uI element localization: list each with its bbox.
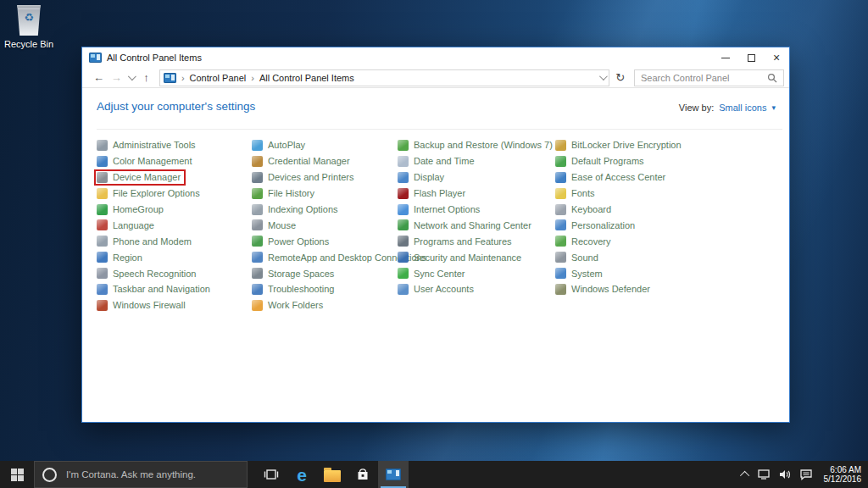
homegroup-icon [97, 204, 108, 215]
search-input[interactable] [635, 73, 761, 83]
control-panel-item-file-explorer-options[interactable]: File Explorer Options [94, 186, 205, 202]
control-panel-item-security-and-maintenance[interactable]: Security and Maintenance [395, 249, 526, 265]
window-title: All Control Panel Items [107, 53, 202, 63]
up-button[interactable]: ↑ [138, 72, 154, 83]
control-panel-item-label: Network and Sharing Center [414, 220, 531, 230]
store-button[interactable] [348, 461, 378, 488]
taskbar-clock[interactable]: 6:06 AM 5/12/2016 [824, 465, 862, 485]
control-panel-item-label: AutoPlay [268, 140, 305, 150]
control-panel-item-label: HomeGroup [113, 204, 164, 214]
task-view-button[interactable] [256, 461, 287, 488]
windows-defender-icon [555, 284, 566, 295]
control-panel-item-sound[interactable]: Sound [553, 249, 604, 265]
devices-and-printers-icon [252, 172, 263, 183]
control-panel-item-device-manager[interactable]: Device Manager [94, 169, 186, 186]
address-dropdown-chevron-icon[interactable] [599, 72, 608, 80]
control-panel-item-windows-firewall[interactable]: Windows Firewall [94, 297, 191, 313]
control-panel-icon [89, 53, 102, 63]
cortana-search-box[interactable] [34, 461, 248, 488]
control-panel-item-homegroup[interactable]: HomeGroup [94, 202, 169, 218]
administrative-tools-icon [97, 140, 108, 151]
control-panel-item-phone-and-modem[interactable]: Phone and Modem [94, 233, 197, 249]
control-panel-item-windows-defender[interactable]: Windows Defender [553, 281, 655, 297]
action-center-icon[interactable] [799, 469, 813, 480]
recent-locations-chevron-icon[interactable] [127, 72, 136, 80]
control-panel-item-programs-and-features[interactable]: Programs and Features [395, 233, 517, 249]
control-panel-item-internet-options[interactable]: Internet Options [395, 202, 485, 218]
minimize-button[interactable] [713, 47, 738, 68]
view-by-value[interactable]: Small icons [719, 103, 766, 113]
control-panel-item-autoplay[interactable]: AutoPlay [249, 137, 310, 153]
breadcrumb-control-panel[interactable]: Control Panel [190, 73, 247, 83]
control-panel-item-flash-player[interactable]: Flash Player [395, 186, 470, 202]
control-panel-item-date-and-time[interactable]: Date and Time [395, 153, 480, 169]
control-panel-item-speech-recognition[interactable]: Speech Recognition [94, 265, 201, 281]
control-panel-item-label: File History [268, 188, 314, 198]
control-panel-item-backup-and-restore[interactable]: Backup and Restore (Windows 7) [395, 137, 558, 153]
control-panel-item-ease-of-access-center[interactable]: Ease of Access Center [553, 169, 670, 186]
control-panel-item-credential-manager[interactable]: Credential Manager [249, 153, 355, 169]
control-panel-item-label: Internet Options [414, 204, 480, 214]
control-panel-item-label: Ease of Access Center [571, 172, 665, 182]
search-icon [767, 73, 777, 83]
view-by-dropdown-icon[interactable]: ▾ [771, 103, 776, 112]
control-panel-item-administrative-tools[interactable]: Administrative Tools [94, 137, 201, 153]
control-panel-item-work-folders[interactable]: Work Folders [249, 297, 328, 313]
control-panel-item-taskbar-and-navigation[interactable]: Taskbar and Navigation [94, 281, 215, 297]
control-panel-item-label: Administrative Tools [113, 140, 196, 150]
control-panel-item-label: Fonts [571, 188, 595, 198]
cortana-search-input[interactable] [64, 469, 247, 480]
internet-options-icon [398, 204, 409, 215]
control-panel-item-storage-spaces[interactable]: Storage Spaces [249, 265, 339, 281]
close-button[interactable]: × [764, 47, 789, 68]
control-panel-items-grid: Administrative ToolsColor ManagementDevi… [94, 137, 687, 313]
control-panel-item-label: Flash Player [414, 188, 465, 198]
forward-button[interactable]: → [108, 72, 125, 83]
control-panel-item-recovery[interactable]: Recovery [553, 233, 615, 249]
file-explorer-options-icon [97, 188, 108, 199]
refresh-button[interactable]: ↻ [611, 71, 629, 84]
control-panel-item-region[interactable]: Region [94, 249, 147, 265]
control-panel-item-network-and-sharing-center[interactable]: Network and Sharing Center [395, 217, 537, 233]
address-bar[interactable]: › Control Panel › All Control Panel Item… [159, 69, 609, 86]
control-panel-item-file-history[interactable]: File History [249, 186, 320, 202]
control-panel-item-language[interactable]: Language [94, 217, 159, 233]
control-panel-column: Administrative ToolsColor ManagementDevi… [94, 137, 249, 313]
control-panel-item-system[interactable]: System [553, 265, 608, 281]
control-panel-icon [164, 73, 176, 83]
volume-icon[interactable] [778, 469, 792, 480]
control-panel-item-label: Work Folders [268, 300, 323, 310]
control-panel-item-user-accounts[interactable]: User Accounts [395, 281, 479, 297]
taskbar-apps: e [256, 461, 409, 488]
control-panel-column: Backup and Restore (Windows 7)Date and T… [395, 137, 553, 313]
control-panel-item-label: Recovery [571, 236, 610, 247]
search-box[interactable] [634, 69, 784, 86]
control-panel-item-color-management[interactable]: Color Management [94, 153, 198, 169]
start-button[interactable] [0, 461, 34, 488]
control-panel-item-devices-and-printers[interactable]: Devices and Printers [249, 169, 359, 186]
control-panel-item-indexing-options[interactable]: Indexing Options [249, 202, 343, 218]
edge-button[interactable]: e [287, 461, 317, 488]
control-panel-item-label: Language [113, 220, 154, 230]
bitlocker-drive-encryption-icon [555, 140, 566, 151]
network-icon[interactable] [757, 469, 771, 480]
control-panel-item-default-programs[interactable]: Default Programs [553, 153, 649, 169]
control-panel-item-label: Phone and Modem [113, 236, 192, 247]
show-hidden-icons-chevron-icon[interactable] [739, 471, 748, 480]
control-panel-item-bitlocker-drive-encryption[interactable]: BitLocker Drive Encryption [553, 137, 687, 153]
breadcrumb-all-control-panel-items[interactable]: All Control Panel Items [259, 73, 354, 83]
back-button[interactable]: ← [91, 72, 107, 83]
file-explorer-button[interactable] [317, 461, 348, 488]
window-titlebar[interactable]: All Control Panel Items × [82, 47, 789, 68]
control-panel-item-mouse[interactable]: Mouse [249, 217, 301, 233]
control-panel-taskbar-button[interactable] [378, 461, 409, 488]
control-panel-item-sync-center[interactable]: Sync Center [395, 265, 470, 281]
maximize-button[interactable] [738, 47, 764, 68]
control-panel-item-power-options[interactable]: Power Options [249, 233, 334, 249]
control-panel-item-personalization[interactable]: Personalization [553, 217, 640, 233]
control-panel-item-display[interactable]: Display [395, 169, 449, 186]
control-panel-item-keyboard[interactable]: Keyboard [553, 202, 616, 218]
recycle-bin-shortcut[interactable]: ♻ Recycle Bin [2, 5, 56, 49]
control-panel-item-fonts[interactable]: Fonts [553, 186, 600, 202]
control-panel-item-troubleshooting[interactable]: Troubleshooting [249, 281, 339, 297]
